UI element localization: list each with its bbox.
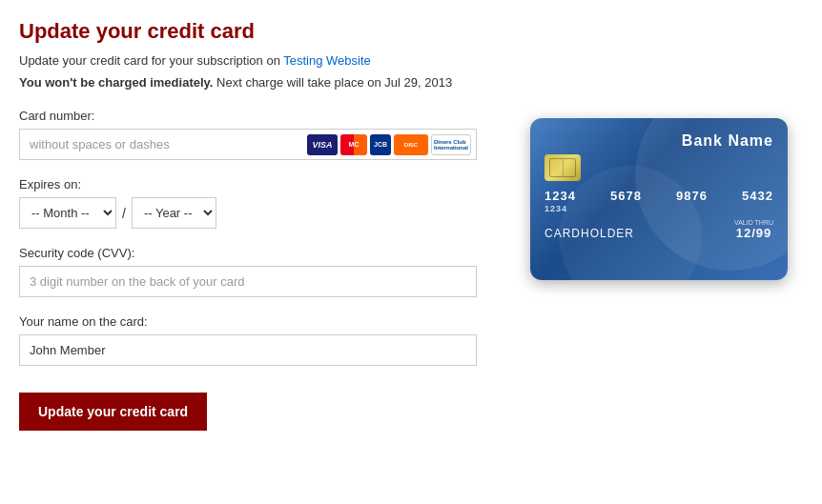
- card-number-input-wrapper: VISA MC JCB DISC Diners ClubInternationa…: [19, 129, 477, 160]
- card-valid-label: VALID THRU: [734, 219, 773, 226]
- card-bank-name: Bank Name: [545, 132, 773, 150]
- visa-icon: VISA: [307, 134, 338, 155]
- card-number-group: Card number: VISA MC JCB DISC Diners Clu…: [19, 109, 477, 160]
- card-preview-section: Bank Name 1234 1234 5678 9876 5432 CARDH…: [515, 109, 803, 280]
- card-cardholder: CARDHOLDER: [545, 227, 634, 240]
- submit-button[interactable]: Update your credit card: [19, 393, 207, 431]
- name-group: Your name on the card:: [19, 314, 477, 366]
- name-label: Your name on the card:: [19, 314, 477, 329]
- card-bottom-row: CARDHOLDER VALID THRU 12/99: [545, 219, 773, 240]
- subscription-link[interactable]: Testing Website: [283, 53, 371, 68]
- card-num-4: 5432: [742, 189, 773, 213]
- page-title: Update your credit card: [19, 19, 803, 44]
- card-chip: [545, 154, 581, 181]
- card-number-row: 1234 1234 5678 9876 5432: [545, 189, 773, 213]
- expires-row: -- Month --JanuaryFebruaryMarchAprilMayJ…: [19, 197, 477, 229]
- name-input[interactable]: [19, 334, 477, 366]
- card-num-3: 9876: [676, 189, 708, 213]
- cvv-input[interactable]: [19, 266, 477, 297]
- form-section: Card number: VISA MC JCB DISC Diners Clu…: [19, 109, 477, 431]
- month-select[interactable]: -- Month --JanuaryFebruaryMarchAprilMayJ…: [19, 197, 116, 229]
- form-layout: Card number: VISA MC JCB DISC Diners Clu…: [19, 109, 803, 431]
- cvv-label: Security code (CVV):: [19, 246, 477, 260]
- expires-group: Expires on: -- Month --JanuaryFebruaryMa…: [19, 177, 477, 229]
- card-num-2: 5678: [610, 189, 642, 213]
- expires-divider: /: [122, 206, 126, 221]
- charge-notice: You won't be charged imediately. Next ch…: [19, 75, 803, 90]
- card-number-label: Card number:: [19, 109, 477, 123]
- cvv-group: Security code (CVV):: [19, 246, 477, 297]
- card-expiry-date: 12/99: [734, 226, 773, 240]
- subtitle: Update your credit card for your subscri…: [19, 53, 803, 68]
- card-num-1: 1234 1234: [545, 189, 576, 213]
- diners-icon: Diners ClubInternational: [431, 134, 471, 155]
- year-select[interactable]: -- Year --201320142015201620172018201920…: [132, 197, 216, 229]
- credit-card: Bank Name 1234 1234 5678 9876 5432 CARDH…: [530, 118, 788, 280]
- discover-icon: DISC: [394, 134, 428, 155]
- expires-label: Expires on:: [19, 177, 477, 192]
- jcb-icon: JCB: [370, 134, 391, 155]
- mastercard-icon: MC: [340, 134, 367, 155]
- card-icons: VISA MC JCB DISC Diners ClubInternationa…: [307, 134, 471, 155]
- card-expiry-block: VALID THRU 12/99: [734, 219, 773, 240]
